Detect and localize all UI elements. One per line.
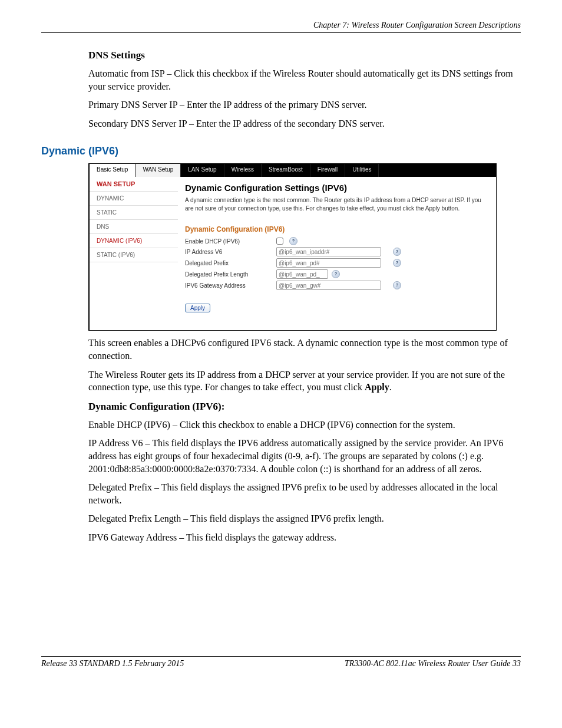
input-delegated-prefix-length[interactable] bbox=[276, 269, 328, 279]
sidebar: WAN SETUP DYNAMIC STATIC DNS DYNAMIC (IP… bbox=[90, 177, 178, 330]
body-p3: Enable DHCP (IPV6) – Click this checkbox… bbox=[88, 419, 521, 431]
tab-basic-setup[interactable]: Basic Setup bbox=[90, 164, 135, 177]
tab-lan-setup[interactable]: LAN Setup bbox=[181, 164, 224, 177]
input-delegated-prefix[interactable] bbox=[276, 258, 381, 268]
label-enable-dhcp: Enable DHCP (IPV6) bbox=[185, 238, 276, 245]
input-ip-address-v6[interactable] bbox=[276, 247, 381, 256]
help-icon[interactable]: ? bbox=[332, 270, 340, 278]
panel-title: Dynamic Configuration Settings (IPV6) bbox=[185, 183, 489, 193]
tab-firewall[interactable]: Firewall bbox=[310, 164, 345, 177]
body-p4: IP Address V6 – This field displays the … bbox=[88, 437, 521, 475]
input-ipv6-gateway[interactable] bbox=[276, 281, 381, 290]
footer-right: TR3300-AC 802.11ac Wireless Router User … bbox=[345, 659, 521, 668]
sidebar-title: WAN SETUP bbox=[90, 177, 178, 192]
page-header: Chapter 7: Wireless Router Configuration… bbox=[41, 21, 521, 33]
panel-description: A dynamic connection type is the most co… bbox=[185, 196, 489, 212]
sidebar-item-dynamic[interactable]: DYNAMIC bbox=[90, 192, 178, 206]
row-delegated-prefix-length: Delegated Prefix Length ? bbox=[185, 269, 489, 279]
page-footer: Release 33 STANDARD 1.5 February 2015 TR… bbox=[41, 656, 521, 668]
row-ipv6-gateway: IPV6 Gateway Address ? bbox=[185, 281, 489, 290]
help-icon[interactable]: ? bbox=[289, 237, 297, 245]
dns-settings-heading: DNS Settings bbox=[88, 50, 521, 61]
label-delegated-prefix-length: Delegated Prefix Length bbox=[185, 271, 276, 278]
help-icon[interactable]: ? bbox=[393, 259, 401, 267]
tab-wan-setup[interactable]: WAN Setup bbox=[135, 164, 181, 177]
panel-subtitle: Dynamic Configuration (IPV6) bbox=[185, 225, 489, 233]
dynamic-config-heading: Dynamic Configuration (IPV6): bbox=[88, 401, 521, 413]
dns-auto-text: Automatic from ISP – Click this checkbox… bbox=[88, 67, 521, 93]
router-config-screenshot: Basic Setup WAN Setup LAN Setup Wireless… bbox=[88, 163, 497, 331]
top-tabbar: Basic Setup WAN Setup LAN Setup Wireless… bbox=[90, 164, 496, 177]
tab-utilities[interactable]: Utilities bbox=[345, 164, 379, 177]
dns-secondary-text: Secondary DNS Server IP – Enter the IP a… bbox=[88, 117, 521, 130]
footer-left: Release 33 STANDARD 1.5 February 2015 bbox=[41, 659, 184, 668]
body-p5: Delegated Prefix – This field displays t… bbox=[88, 481, 521, 506]
help-icon[interactable]: ? bbox=[393, 248, 401, 256]
body-p1: This screen enables a DHCPv6 configured … bbox=[88, 337, 521, 362]
body-p6: Delegated Prefix Length – This field dis… bbox=[88, 512, 521, 525]
row-enable-dhcp: Enable DHCP (IPV6) ? bbox=[185, 237, 489, 245]
tab-streamboost[interactable]: StreamBoost bbox=[262, 164, 310, 177]
sidebar-item-dns[interactable]: DNS bbox=[90, 220, 178, 234]
dynamic-ipv6-heading: Dynamic (IPV6) bbox=[41, 145, 521, 157]
checkbox-enable-dhcp[interactable] bbox=[276, 238, 283, 245]
label-delegated-prefix: Delegated Prefix bbox=[185, 260, 276, 266]
apply-button[interactable]: Apply bbox=[185, 304, 210, 312]
label-ipv6-gateway: IPV6 Gateway Address bbox=[185, 282, 276, 289]
body-p2: The Wireless Router gets its IP address … bbox=[88, 368, 521, 394]
sidebar-item-static[interactable]: STATIC bbox=[90, 206, 178, 220]
help-icon[interactable]: ? bbox=[393, 281, 401, 289]
sidebar-item-dynamic-ipv6[interactable]: DYNAMIC (IPV6) bbox=[90, 234, 178, 248]
row-ip-address-v6: IP Address V6 ? bbox=[185, 247, 489, 256]
label-ip-address-v6: IP Address V6 bbox=[185, 249, 276, 255]
tab-wireless[interactable]: Wireless bbox=[224, 164, 262, 177]
sidebar-item-static-ipv6[interactable]: STATIC (IPV6) bbox=[90, 248, 178, 262]
body-p7: IPV6 Gateway Address – This field displa… bbox=[88, 531, 521, 544]
row-delegated-prefix: Delegated Prefix ? bbox=[185, 258, 489, 268]
dns-primary-text: Primary DNS Server IP – Enter the IP add… bbox=[88, 98, 521, 111]
